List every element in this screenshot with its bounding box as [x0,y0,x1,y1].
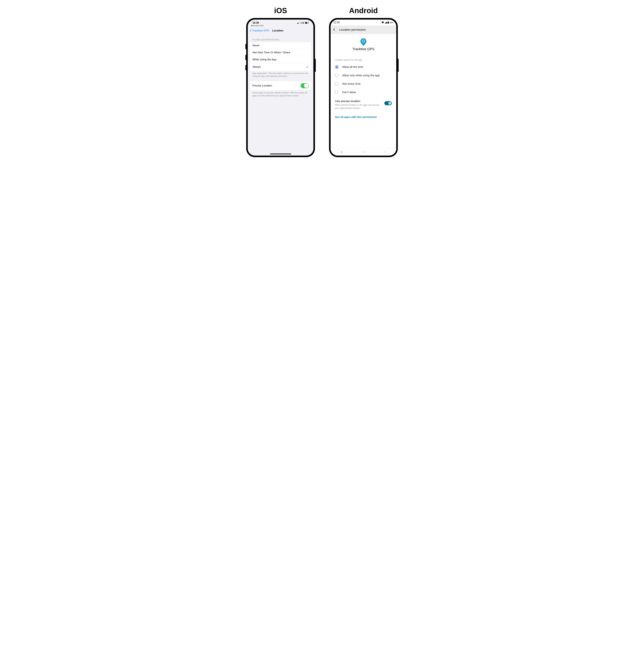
radio-while-using[interactable]: Allow only while using the app [330,71,396,80]
signal-icon [385,22,387,23]
svg-rect-7 [388,22,389,24]
svg-rect-3 [299,22,300,24]
svg-rect-6 [308,23,309,23]
option-while-using[interactable]: While Using the App [250,56,311,63]
home-button[interactable] [362,151,365,153]
chevron-left-icon [250,29,252,32]
arrow-left-icon [334,28,336,31]
svg-rect-0 [297,23,298,24]
iphone-frame: 15:39 LTE ◀ Tracktive GPS Tracktive GPS … [246,18,315,157]
header-title: Location permission [339,28,366,31]
svg-rect-5 [305,22,307,23]
recents-button[interactable]: ||| [341,151,343,153]
precise-desc: When precise location is off, apps can a… [335,104,381,110]
ios-access-options: Never Ask Next Time Or When I Share Whil… [250,42,311,71]
radio-ask[interactable]: Ask every time [330,80,396,88]
android-header: Location permission [330,25,396,34]
precise-title: Use precise location [335,99,381,103]
home-indicator[interactable] [270,154,291,154]
battery-icon [388,21,389,24]
radio-icon [335,91,339,94]
option-ask[interactable]: Ask Next Time Or When I Share [250,49,311,56]
battery-icon [305,22,309,24]
svg-text:🐾: 🐾 [363,40,365,42]
map-pin-icon: 🐾 [360,38,367,46]
ios-precise-desc: Allows apps to use your specific locatio… [248,90,314,98]
android-navbar: ||| [330,148,396,156]
ios-status-bar: 15:39 LTE [248,20,314,25]
nav-title: Location [272,29,283,32]
radio-deny[interactable]: Don't allow [330,88,396,96]
svg-rect-8 [388,21,388,22]
android-status-bar: 12:34 56% [330,20,396,25]
app-name: Tracktive GPS [330,47,396,51]
ios-heading: iOS [274,6,287,15]
back-to-app-link[interactable]: ◀ Tracktive GPS [248,25,314,27]
ios-explain: App explanation: "This lets walks contin… [248,71,314,79]
network-label: LTE [301,22,304,24]
svg-rect-1 [298,23,298,24]
svg-rect-2 [299,22,299,24]
ios-preview: iOS 15:39 LTE ◀ Tracktive GPS Tracktive … [246,6,315,157]
precise-toggle-row[interactable]: Use precise location When precise locati… [330,96,396,113]
option-never[interactable]: Never [250,42,311,49]
ios-section-header: Allow Location Access [248,34,314,42]
switch-on-icon[interactable] [384,101,392,105]
signal-icon [297,22,300,24]
battery-label: 56% [389,21,393,24]
nav-back-button[interactable]: Tracktive GPS [250,29,269,32]
radio-icon [335,74,339,77]
see-all-apps-link[interactable]: See all apps with this permission [330,113,396,121]
android-frame: 12:34 56% Location permission 🐾 Tracktiv… [329,18,398,157]
android-time: 12:34 [334,21,340,24]
ios-precise-list: Precise Location [250,81,311,90]
android-section-header: Location access for this app [330,56,396,63]
ios-time: 15:39 [252,21,259,24]
checkmark-icon: ✓ [306,65,309,69]
precise-toggle-row[interactable]: Precise Location [250,81,311,90]
wifi-icon [382,22,384,23]
radio-icon [335,82,339,86]
android-preview: Android 12:34 56% Location permission [329,6,398,157]
option-always[interactable]: Always✓ [250,63,311,71]
radio-checked-icon [335,65,339,69]
ios-navbar: Tracktive GPS Location [248,27,314,34]
radio-allow-all[interactable]: Allow all the time [330,63,396,71]
android-heading: Android [349,6,378,15]
back-softkey[interactable] [385,151,386,153]
back-button[interactable] [333,28,336,32]
switch-on-icon[interactable] [301,83,309,88]
